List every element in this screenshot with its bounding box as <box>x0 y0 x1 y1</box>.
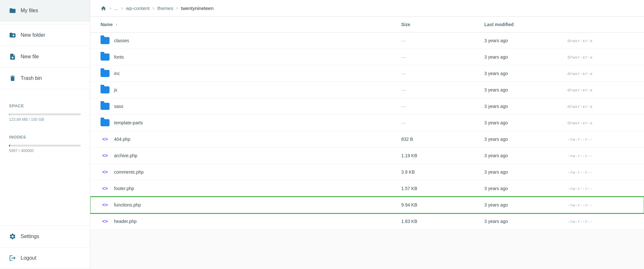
sidebar-item-newfile[interactable]: New file <box>0 46 90 68</box>
sidebar-item-logout[interactable]: Logout <box>0 247 90 269</box>
table-row[interactable]: sass—3 years agodrwxr-xr-x <box>90 98 644 115</box>
breadcrumb-sep-3: > <box>152 6 155 11</box>
newfile-label: New file <box>21 54 39 60</box>
file-modified: 3 years ago <box>478 213 561 230</box>
file-size: 3.9 KB <box>395 164 478 180</box>
file-modified: 3 years ago <box>478 131 561 148</box>
file-perms: drwxr-xr-x <box>561 82 644 98</box>
col-header-name[interactable]: Name ↑ <box>90 17 395 33</box>
file-code-icon: <> <box>101 218 110 225</box>
file-size: 1.57 KB <box>395 180 478 197</box>
file-size: 832 B <box>395 131 478 148</box>
file-name: footer.php <box>114 186 134 191</box>
file-name-cell: fonts <box>101 53 388 61</box>
col-header-perms <box>561 17 644 33</box>
col-header-size[interactable]: Size <box>395 17 478 33</box>
col-header-modified[interactable]: Last modified <box>478 17 561 33</box>
table-row[interactable]: <>header.php1.83 KB3 years ago-rw-r--r-- <box>90 213 644 230</box>
table-row[interactable]: <>functions.php9.94 KB3 years ago-rw-r--… <box>90 197 644 213</box>
file-perms: drwxr-xr-x <box>561 65 644 82</box>
file-modified: 3 years ago <box>478 164 561 180</box>
table-row[interactable]: classes—3 years agodrwxr-xr-x <box>90 33 644 49</box>
file-perms: drwxr-xr-x <box>561 33 644 49</box>
file-name-cell: <>archive.php <box>101 152 388 159</box>
file-modified: 3 years ago <box>478 180 561 197</box>
file-size: 1.83 KB <box>395 213 478 230</box>
file-code-icon: <> <box>101 201 110 208</box>
file-perms: -rw-r--r-- <box>561 180 644 197</box>
file-size: 9.94 KB <box>395 197 478 213</box>
sidebar-item-myfiles[interactable]: My files <box>0 0 90 22</box>
myfiles-icon <box>9 7 16 14</box>
inodes-label: 5997 / 400000 <box>9 149 81 153</box>
file-table-body: classes—3 years agodrwxr-xr-xfonts—3 yea… <box>90 33 644 230</box>
settings-label: Settings <box>21 234 39 239</box>
file-modified: 3 years ago <box>478 65 561 82</box>
file-perms: -rw-r--r-- <box>561 131 644 148</box>
file-perms: -rw-r--r-- <box>561 164 644 180</box>
inodes-progress-bar-fill <box>9 145 10 147</box>
space-label: 123.89 MB / 100 GB <box>9 117 81 122</box>
file-name: header.php <box>114 219 137 224</box>
breadcrumb-sep-2: > <box>121 6 123 11</box>
table-header-row: Name ↑ Size Last modified <box>90 17 644 33</box>
file-name-cell: <>footer.php <box>101 185 388 192</box>
file-size: — <box>395 82 478 98</box>
breadcrumb-sep-1: > <box>109 6 111 11</box>
file-modified: 3 years ago <box>478 49 561 65</box>
table-row[interactable]: <>comments.php3.9 KB3 years ago-rw-r--r-… <box>90 164 644 180</box>
table-row[interactable]: <>archive.php1.19 KB3 years ago-rw-r--r-… <box>90 148 644 164</box>
table-row[interactable]: <>footer.php1.57 KB3 years ago-rw-r--r-- <box>90 180 644 197</box>
breadcrumb-twentynineteen: twentynineteen <box>181 5 214 11</box>
sidebar-item-trashbin[interactable]: Trash bin <box>0 68 90 89</box>
file-table-container: Name ↑ Size Last modified classes—3 year… <box>90 17 644 269</box>
file-name: inc <box>114 71 120 76</box>
table-row[interactable]: js—3 years agodrwxr-xr-x <box>90 82 644 98</box>
inodes-progress-bar-bg <box>9 145 81 147</box>
file-code-icon: <> <box>101 185 110 192</box>
file-name-cell: sass <box>101 103 388 110</box>
breadcrumb: > ... > wp-content > themes > twentynine… <box>90 0 644 17</box>
breadcrumb-wpcontent[interactable]: wp-content <box>126 5 149 11</box>
sidebar: My files New folder New file Trash bin S… <box>0 0 90 269</box>
table-row[interactable]: fonts—3 years agodrwxr-xr-x <box>90 49 644 65</box>
file-perms: -rw-r--r-- <box>561 213 644 230</box>
file-size: — <box>395 115 478 131</box>
file-modified: 3 years ago <box>478 115 561 131</box>
file-name-cell: <>header.php <box>101 218 388 225</box>
breadcrumb-themes[interactable]: themes <box>157 5 173 11</box>
inodes-section-title: Inodes <box>0 127 90 142</box>
file-name-cell: template-parts <box>101 119 388 126</box>
file-name: template-parts <box>114 120 143 125</box>
file-perms: drwxr-xr-x <box>561 49 644 65</box>
space-progress-bar-bg <box>9 113 81 115</box>
sidebar-item-settings[interactable]: Settings <box>0 226 90 247</box>
file-size: 1.19 KB <box>395 148 478 164</box>
file-code-icon: <> <box>101 152 110 159</box>
folder-icon <box>101 103 110 110</box>
table-row[interactable]: <>404.php832 B3 years ago-rw-r--r-- <box>90 131 644 148</box>
file-name-cell: js <box>101 86 388 93</box>
file-code-icon: <> <box>101 136 110 143</box>
sidebar-item-newfolder[interactable]: New folder <box>0 24 90 46</box>
folder-icon <box>101 37 110 44</box>
file-name: classes <box>114 38 129 43</box>
file-modified: 3 years ago <box>478 82 561 98</box>
space-section-title: Space <box>0 96 90 111</box>
breadcrumb-ellipsis[interactable]: ... <box>114 5 118 11</box>
file-name: sass <box>114 104 123 109</box>
sidebar-bottom: Settings Logout <box>0 226 90 269</box>
newfolder-icon <box>9 32 16 39</box>
table-row[interactable]: template-parts—3 years agodrwxr-xr-x <box>90 115 644 131</box>
file-code-icon: <> <box>101 168 110 176</box>
file-perms: -rw-r--r-- <box>561 148 644 164</box>
sort-arrow-icon: ↑ <box>115 23 117 27</box>
file-name: fonts <box>114 54 124 60</box>
file-size: — <box>395 33 478 49</box>
file-size: — <box>395 49 478 65</box>
file-name: comments.php <box>114 169 144 175</box>
folder-icon <box>101 53 110 61</box>
breadcrumb-home[interactable] <box>101 5 106 11</box>
file-name-cell: <>comments.php <box>101 168 388 176</box>
table-row[interactable]: inc—3 years agodrwxr-xr-x <box>90 65 644 82</box>
